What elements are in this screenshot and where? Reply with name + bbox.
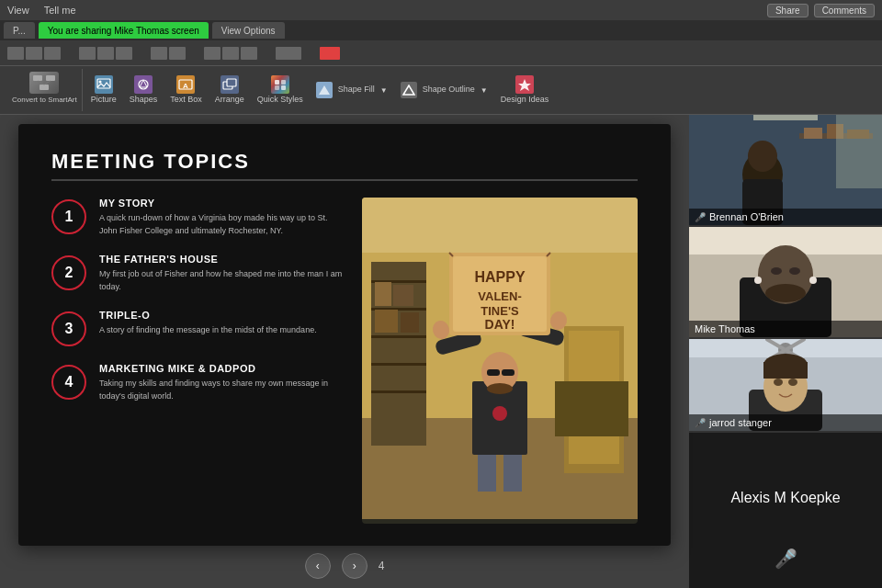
participant-video-jarrod: 🎤 jarrod stanger (689, 339, 882, 431)
svg-point-53 (492, 406, 507, 421)
svg-rect-51 (502, 369, 514, 376)
design-ideas-btn[interactable]: Design Ideas (496, 73, 554, 107)
shape-outline-btn[interactable]: Shape Outline ▼ (396, 79, 492, 101)
svg-rect-26 (371, 390, 426, 393)
svg-point-6 (98, 81, 101, 84)
prev-slide-btn[interactable]: ‹ (305, 553, 331, 579)
view-menu[interactable]: View (7, 5, 29, 16)
svg-marker-17 (518, 79, 531, 91)
svg-rect-57 (804, 128, 822, 139)
ribbon-align-row (79, 47, 132, 60)
svg-rect-12 (227, 79, 236, 86)
topic-text-4: MARKETING MIKE & DADPOD Taking my skills… (99, 363, 344, 402)
topic-text-2: THE FATHER'S HOUSE My first job out of F… (99, 254, 344, 293)
ribbon: Convert to SmartArt Picture Shapes A Tex… (0, 40, 882, 115)
topic-number-4: 4 (51, 365, 86, 400)
participant-name-brennan: Brennan O'Brien (709, 211, 784, 222)
svg-rect-82 (763, 362, 808, 379)
participants-panel: 🎤 Brennan O'Brien (689, 115, 882, 588)
ribbon-top (0, 40, 882, 66)
ribbon-format-row (7, 47, 61, 60)
tab-sharing[interactable]: You are sharing Mike Thomas screen (39, 22, 209, 39)
svg-point-52 (487, 383, 513, 394)
svg-rect-33 (555, 381, 628, 436)
topic-item-1: 1 MY STORY A quick run-down of how a Vir… (51, 198, 344, 237)
misc-btn-3[interactable] (241, 47, 257, 60)
align-center-btn[interactable] (97, 47, 114, 60)
mic-muted-icon-alexis: 🎤 (775, 548, 797, 570)
main-area: MEETING TOPICS 1 MY STORY A quick run-do… (0, 115, 882, 588)
quick-styles-btn[interactable]: Quick Styles (253, 73, 308, 107)
mic-muted-icon-brennan: 🎤 (695, 212, 706, 222)
underline-btn[interactable] (44, 47, 61, 60)
svg-line-3 (38, 81, 44, 85)
tab-1[interactable]: P... (4, 22, 35, 39)
tell-me-field[interactable]: Tell me (44, 5, 76, 16)
svg-text:A: A (183, 82, 188, 90)
shape-outline-dropdown[interactable]: ▼ (481, 86, 488, 95)
topic-heading-3: TRIPLE-O (99, 310, 317, 321)
svg-rect-15 (275, 85, 279, 90)
svg-text:DAY!: DAY! (485, 317, 515, 332)
svg-point-73 (765, 284, 806, 302)
svg-rect-0 (33, 75, 42, 81)
tab-view-options[interactable]: View Options (212, 22, 285, 39)
topic-item-4: 4 MARKETING MIKE & DADPOD Taking my skil… (51, 363, 344, 402)
participant-name-bar-jarrod: 🎤 jarrod stanger (689, 414, 882, 431)
tab-bar: P... You are sharing Mike Thomas screen … (0, 20, 882, 40)
shapes-label: Shapes (130, 96, 158, 105)
slide-content: MEETING TOPICS 1 MY STORY A quick run-do… (18, 124, 671, 546)
participant-name-jarrod: jarrod stanger (709, 417, 772, 428)
participant-name-bar-mike: Mike Thomas (689, 321, 882, 337)
topic-body-2: My first job out of Fisher and how he sh… (99, 268, 344, 293)
italic-btn[interactable] (26, 47, 42, 60)
ribbon-misc-row (204, 47, 257, 60)
align-left-btn[interactable] (79, 47, 96, 60)
font-size-btn[interactable] (276, 47, 301, 60)
list-btn[interactable] (151, 47, 167, 60)
svg-rect-29 (375, 310, 398, 333)
bold-btn[interactable] (7, 47, 24, 60)
svg-point-84 (788, 379, 797, 386)
share-button[interactable]: Share (767, 4, 808, 17)
convert-smartart-btn[interactable]: Convert to SmartArt (7, 69, 83, 111)
svg-rect-30 (401, 312, 419, 333)
text-box-btn[interactable]: A Text Box (165, 73, 207, 107)
svg-point-69 (754, 277, 762, 284)
topic-body-1: A quick run-down of how a Virginia boy m… (99, 212, 344, 237)
participant-alexis: Alexis M Koepke 🎤 (689, 433, 882, 588)
misc-btn-1[interactable] (204, 47, 220, 60)
shape-fill-dropdown[interactable]: ▼ (380, 86, 388, 95)
svg-rect-35 (478, 455, 496, 492)
slide-body: 1 MY STORY A quick run-down of how a Vir… (51, 198, 638, 524)
shape-fill-btn[interactable]: Shape Fill ▼ (311, 79, 392, 101)
ribbon-main: Convert to SmartArt Picture Shapes A Tex… (0, 66, 882, 114)
indent-btn[interactable] (169, 47, 186, 60)
misc-btn-2[interactable] (222, 47, 239, 60)
shape-outline-label: Shape Outline (423, 85, 475, 95)
svg-rect-14 (281, 80, 286, 85)
topic-heading-2: THE FATHER'S HOUSE (99, 254, 344, 265)
svg-rect-50 (487, 369, 500, 376)
svg-rect-2 (40, 85, 49, 90)
svg-point-71 (771, 267, 782, 275)
align-right-btn[interactable] (116, 47, 132, 60)
topic-item-3: 3 TRIPLE-O A story of finding the messag… (51, 310, 344, 346)
svg-point-83 (774, 379, 783, 386)
shapes-btn[interactable]: Shapes (125, 73, 163, 107)
participant-name-bar-brennan: 🎤 Brennan O'Brien (689, 209, 882, 225)
arrange-btn[interactable]: Arrange (210, 73, 249, 107)
next-slide-btn[interactable]: › (342, 553, 368, 579)
topic-text-1: MY STORY A quick run-down of how a Virgi… (99, 198, 344, 237)
mic-muted-icon-jarrod: 🎤 (695, 418, 706, 428)
topic-number-3: 3 (51, 311, 86, 346)
comments-button[interactable]: Comments (814, 4, 875, 17)
text-box-label: Text Box (170, 96, 202, 105)
slide-container: MEETING TOPICS 1 MY STORY A quick run-do… (18, 124, 671, 546)
font-color-btn[interactable] (320, 47, 340, 60)
svg-rect-20 (362, 198, 638, 253)
svg-rect-25 (371, 363, 426, 366)
svg-text:HAPPY: HAPPY (474, 269, 525, 285)
topic-text-3: TRIPLE-O A story of finding the message … (99, 310, 317, 337)
picture-btn[interactable]: Picture (86, 73, 121, 107)
